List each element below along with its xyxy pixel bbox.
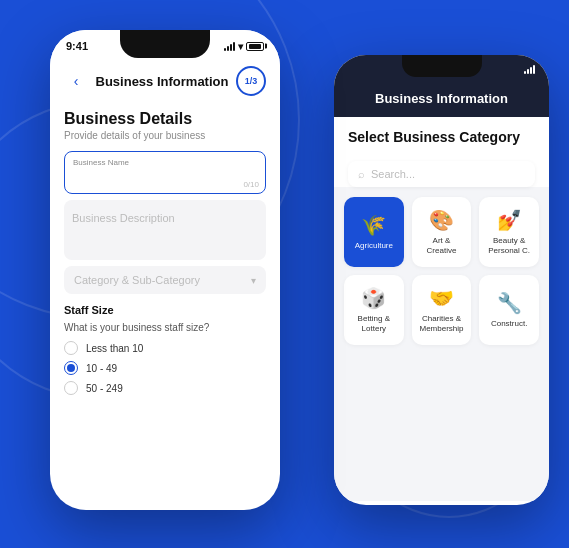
radio-option-50-249[interactable]: 50 - 249 [64,381,266,395]
phone2-notch [402,55,482,77]
category-card-beauty[interactable]: 💅 Beauty & Personal C. [479,197,539,267]
beauty-icon: 💅 [497,208,522,232]
charities-icon: 🤝 [429,286,454,310]
radio-option-less-than-10[interactable]: Less than 10 [64,341,266,355]
staff-size-label: Staff Size [64,304,266,316]
radio-label: 50 - 249 [86,383,123,394]
category-name-art: Art & Creative [418,236,466,255]
business-name-label: Business Name [73,158,257,167]
business-name-input-wrapper[interactable]: Business Name 0/10 [64,151,266,194]
category-section-title: Select Business Category [334,117,549,153]
category-name-betting: Betting & Lottery [350,314,398,333]
business-name-input[interactable] [73,172,257,186]
category-grid-row2: 🎲 Betting & Lottery 🤝 Charities & Member… [334,275,549,345]
business-name-count: 0/10 [243,180,259,189]
phone-content: Business Details Provide details of your… [50,102,280,409]
phone-main: 9:41 ▾ ‹ Business Information 1/3 Busine… [50,30,280,510]
category-name-beauty: Beauty & Personal C. [485,236,533,255]
category-dropdown[interactable]: Category & Sub-Category ▾ [64,266,266,294]
status-icons: ▾ [224,41,264,52]
category-card-agriculture[interactable]: 🌾 Agriculture [344,197,404,267]
category-name-construction: Construct. [491,319,527,329]
phones-container: 9:41 ▾ ‹ Business Information 1/3 Busine… [0,0,569,548]
betting-icon: 🎲 [361,286,386,310]
section-subtitle: Provide details of your business [64,130,266,141]
battery-icon [246,42,264,51]
construction-icon: 🔧 [497,291,522,315]
search-placeholder-text: Search... [371,168,415,180]
radio-option-10-49[interactable]: 10 - 49 [64,361,266,375]
category-label: Category & Sub-Category [74,274,200,286]
signal-icon [524,64,535,74]
category-card-art[interactable]: 🎨 Art & Creative [412,197,472,267]
business-description-wrapper[interactable]: Business Description [64,200,266,260]
category-card-construction[interactable]: 🔧 Construct. [479,275,539,345]
radio-button[interactable] [64,381,78,395]
category-name-charities: Charities & Membership [418,314,466,333]
header-title: Business Information [96,74,229,89]
phone2-header-title: Business Information [375,91,508,106]
search-icon: ⌕ [358,168,365,180]
signal-icon [224,41,235,51]
wifi-icon: ▾ [238,41,243,52]
back-chevron-icon: ‹ [74,73,79,89]
category-search-bar[interactable]: ⌕ Search... [348,161,535,187]
phone2-content: Select Business Category ⌕ Search... 🌾 A… [334,117,549,501]
phone-notch [120,30,210,58]
phone-header: ‹ Business Information 1/3 [50,62,280,102]
status-time: 9:41 [66,40,88,52]
radio-inner-dot [67,364,75,372]
business-description-placeholder: Business Description [72,212,175,224]
category-grid-row1: 🌾 Agriculture 🎨 Art & Creative 💅 Beauty … [334,197,549,267]
radio-label: Less than 10 [86,343,143,354]
phone2-header: Business Information [334,83,549,117]
radio-button-selected[interactable] [64,361,78,375]
radio-label: 10 - 49 [86,363,117,374]
radio-button[interactable] [64,341,78,355]
chevron-down-icon: ▾ [251,275,256,286]
agriculture-icon: 🌾 [361,213,386,237]
category-name-agriculture: Agriculture [355,241,393,251]
section-title: Business Details [64,110,266,128]
back-button[interactable]: ‹ [64,69,88,93]
category-card-betting[interactable]: 🎲 Betting & Lottery [344,275,404,345]
phone-secondary: Business Information Select Business Cat… [334,55,549,505]
art-icon: 🎨 [429,208,454,232]
step-badge: 1/3 [236,66,266,96]
staff-question: What is your business staff size? [64,322,266,333]
category-card-charities[interactable]: 🤝 Charities & Membership [412,275,472,345]
step-label: 1/3 [245,76,258,86]
